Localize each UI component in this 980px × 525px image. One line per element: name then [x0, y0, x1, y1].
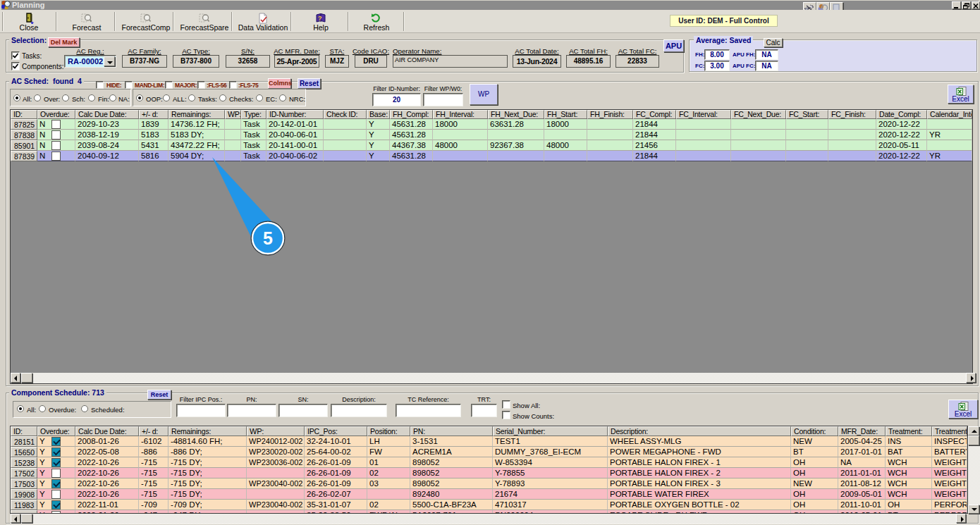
svg-text:?: ?: [318, 15, 322, 22]
svg-text:5: 5: [263, 228, 273, 248]
